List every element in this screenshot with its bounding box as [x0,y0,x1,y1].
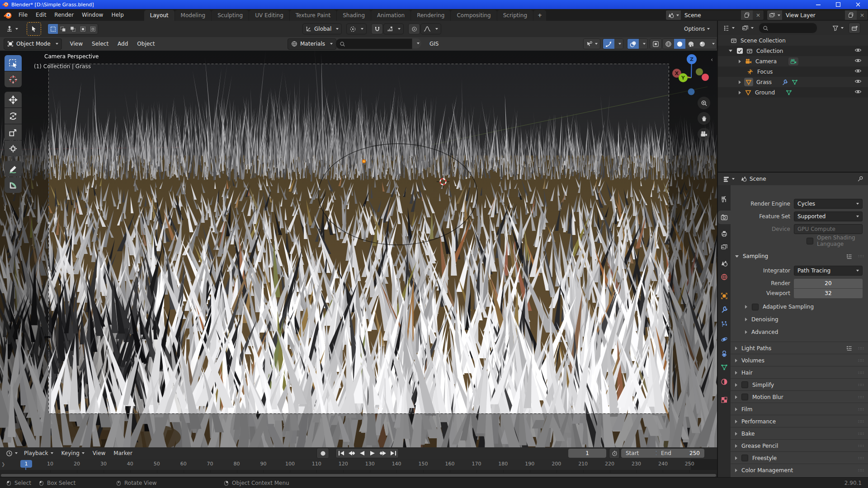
collapse-arrow[interactable] [745,305,747,309]
world-tab[interactable] [718,270,731,284]
section-performance[interactable]: Performance∷∷ [731,415,868,427]
hide-eye-icon[interactable] [854,57,862,66]
shading-wireframe-button[interactable] [663,39,674,49]
drag-handle[interactable]: ∷∷ [859,371,864,375]
close-button[interactable] [848,0,868,9]
drag-handle[interactable]: ∷∷ [859,358,864,363]
outliner-row-grass[interactable]: Grass [718,77,868,87]
camera-view-button[interactable] [698,128,710,141]
new-collection-button[interactable] [849,23,860,33]
properties-editor-dropdown[interactable] [721,173,737,185]
object-label[interactable]: Ground [755,89,775,96]
title-bar[interactable]: Blender* [D:\Simple Grass.blend] [0,0,868,9]
timeline-menu-marker[interactable]: Marker [109,450,136,456]
gis-menu[interactable]: GIS [425,41,443,47]
tool-move[interactable] [5,92,22,108]
materials-dropdown[interactable]: Materials [288,38,336,50]
section-color-management[interactable]: Color Management∷∷ [731,464,868,476]
preset-list-icon[interactable] [846,345,853,352]
search-input[interactable] [335,38,412,49]
outliner-row-focus[interactable]: Focus [718,66,868,77]
collection-label[interactable]: Collection [756,48,783,54]
visibility-icon[interactable] [584,39,600,49]
section-film[interactable]: Film∷∷ [731,403,868,415]
outliner-row-camera[interactable]: Camera [718,56,868,66]
drag-handle[interactable]: ∷∷ [859,383,864,387]
hide-eye-icon[interactable] [854,47,862,55]
tab-sculpting[interactable]: Sculpting [212,10,249,21]
section-simplify[interactable]: Simplify∷∷ [731,378,868,391]
mode-dropdown[interactable]: Object Mode [4,38,62,50]
section-motion-blur[interactable]: Motion Blur∷∷ [731,390,868,403]
tab-rendering[interactable]: Rendering [411,10,450,21]
tab-compositing[interactable]: Compositing [451,10,496,21]
viewport-menu-select[interactable]: Select [87,41,113,47]
drag-handle[interactable]: ∷∷ [859,444,864,448]
gizmo-y-neg-axis[interactable] [696,68,703,75]
menu-edit[interactable]: Edit [32,9,50,21]
sidebar-collapse-arrow[interactable]: ‹ [711,56,713,63]
section-freestyle[interactable]: Freestyle∷∷ [731,451,868,464]
select-mode-extend[interactable] [58,24,68,34]
maximize-button[interactable] [828,0,848,9]
tab-animation[interactable]: Animation [371,10,410,21]
collapse-arrow[interactable] [745,318,747,321]
scene-selector[interactable]: Scene ✕ [665,10,764,20]
subsection-advanced[interactable]: Advanced [731,327,868,337]
scene-collection-label[interactable]: Scene Collection [741,38,786,44]
checkbox[interactable] [741,381,748,388]
previous-keyframe-button[interactable] [346,449,357,458]
shading-rendered-button[interactable] [697,39,708,49]
pivot-point-dropdown[interactable] [346,23,367,34]
object-tab[interactable] [718,289,731,303]
options-dropdown[interactable]: Options [682,23,712,35]
timeline-editor-dropdown[interactable] [4,447,20,459]
viewport-menu-add[interactable]: Add [113,41,132,47]
select-mode-intersect[interactable] [88,24,98,34]
overlays-dropdown[interactable] [639,39,647,49]
gizmo-dropdown[interactable] [614,39,623,49]
scrollbar-thumb[interactable] [1,474,716,477]
drag-handle[interactable]: ∷∷ [859,346,864,351]
sampling-panel-header[interactable]: Sampling ∷∷ [731,251,868,261]
integrator-dropdown[interactable]: Path Tracing [794,266,863,276]
menu-file[interactable]: File [14,9,32,21]
subsection-adaptive-sampling[interactable]: Adaptive Sampling [731,302,868,312]
viewport-menu-object[interactable]: Object [132,41,159,47]
view-layer-icon[interactable] [767,10,782,20]
timeline-menu-playback[interactable]: Playback [20,450,57,456]
search-dropdown[interactable] [412,38,421,48]
view-layer-name[interactable]: View Layer [782,10,845,20]
gizmo-x-pos-axis[interactable] [702,74,709,81]
tool-scale[interactable] [5,124,22,140]
zoom-view-button[interactable] [698,97,710,109]
snap-toggle[interactable] [371,23,383,34]
outliner-search-input[interactable] [759,23,817,33]
render-tab[interactable] [718,211,731,224]
collapse-arrow[interactable] [735,456,737,460]
tool-select-box[interactable] [5,55,22,71]
tool-cursor[interactable] [5,71,22,87]
viewport-menu-view[interactable]: View [66,41,87,47]
pin-icon[interactable] [857,176,863,182]
show-gizmo-toggle[interactable] [603,39,614,49]
drag-handle[interactable]: ∷∷ [859,456,864,460]
xray-icon[interactable] [650,39,661,49]
samples-viewport-field[interactable]: 32 [794,289,863,298]
pan-view-button[interactable] [698,112,710,125]
outliner-display-mode-dropdown[interactable] [740,22,756,34]
tab-texture-paint[interactable]: Texture Paint [290,10,336,21]
material-tab[interactable] [718,375,731,389]
modifiers-tab[interactable] [718,303,731,316]
collapse-arrow[interactable] [735,359,737,362]
scene-name[interactable]: Scene [681,10,741,20]
minimize-button[interactable] [808,0,828,9]
current-frame-field[interactable]: 1 [568,449,606,458]
hide-eye-icon[interactable] [854,88,862,97]
checkbox[interactable] [741,455,748,461]
collapse-arrow[interactable] [735,444,737,448]
next-keyframe-button[interactable] [377,449,388,458]
collapse-arrow[interactable] [745,330,747,334]
section-hair[interactable]: Hair∷∷ [731,366,868,379]
shading-solid-button[interactable] [674,39,685,49]
